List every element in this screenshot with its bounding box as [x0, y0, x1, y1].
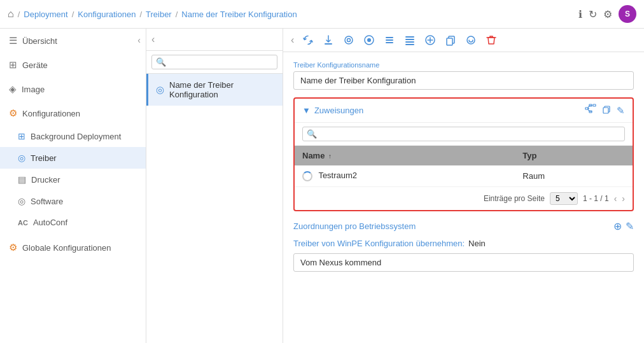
toolbar-download-icon[interactable]	[321, 32, 336, 48]
konfigurationen-icon: ⚙	[9, 108, 17, 119]
treiber-winpe-value: Nein	[468, 239, 486, 248]
zuordnungen-actions: ⊕ ✎	[613, 220, 634, 232]
refresh-icon[interactable]: ↻	[589, 8, 597, 20]
background-deployment-icon: ⊞	[18, 131, 25, 141]
zuweisungen-edit-icon[interactable]: ✎	[617, 105, 625, 116]
sidebar-item-konfigurationen[interactable]: ⚙ Konfigurationen	[0, 101, 146, 125]
main-layout: ‹ ☰ Übersicht ⊞ Geräte ◈ Image ⚙ Konfigu…	[0, 29, 644, 343]
treiber-winpe-row: Treiber von WinPE Konfiguration übernehm…	[293, 239, 634, 248]
avatar[interactable]: S	[619, 5, 636, 23]
middle-item-label: Name der Treiber Konfiguration	[169, 80, 234, 99]
svg-point-15	[467, 36, 475, 44]
sidebar-label-image: Image	[22, 85, 45, 94]
svg-rect-10	[405, 41, 414, 43]
field-label-konfigname: Treiber Konfigurationsname	[293, 61, 634, 69]
zuordnungen-section: Zuordnungen pro Betriebssystem ⊕ ✎	[293, 220, 634, 232]
sidebar-item-image[interactable]: ◈ Image	[0, 77, 146, 101]
svg-point-1	[345, 36, 353, 44]
middle-back-button[interactable]: ‹	[151, 34, 155, 45]
zuweisungen-search-input[interactable]	[319, 129, 620, 139]
toolbar-refresh-icon[interactable]	[300, 32, 316, 48]
sidebar-label-treiber: Treiber	[31, 153, 57, 163]
right-back-button[interactable]: ‹	[290, 33, 295, 47]
sidebar-label-globale-konfigurationen: Globale Konfigurationen	[22, 243, 111, 253]
zuweisungen-collapse-icon[interactable]: ▼	[302, 106, 311, 115]
svg-rect-5	[386, 37, 393, 38]
topbar-actions: ℹ ↻ ⚙ S	[578, 5, 636, 23]
svg-point-2	[347, 39, 351, 42]
middle-search-input[interactable]	[169, 57, 258, 67]
sidebar-item-gerate[interactable]: ⊞ Geräte	[0, 53, 146, 77]
table-row: Testraum2 Raum	[295, 165, 633, 186]
treiber-winpe-label: Treiber von WinPE Konfiguration übernehm…	[293, 239, 465, 248]
sidebar-label-ubersicht: Übersicht	[22, 36, 57, 46]
breadcrumb-treiber[interactable]: Treiber	[146, 10, 172, 19]
autoconf-icon: AC	[18, 219, 28, 227]
sidebar: ‹ ☰ Übersicht ⊞ Geräte ◈ Image ⚙ Konfigu…	[0, 29, 146, 343]
zuweisungen-hierarchy-icon[interactable]	[585, 104, 596, 117]
loading-spinner	[302, 171, 312, 181]
zuordnungen-header: Zuordnungen pro Betriebssystem ⊕ ✎	[293, 220, 634, 232]
sort-arrow-name[interactable]: ↑	[328, 153, 332, 160]
zuweisungen-search-icon: 🔍	[307, 129, 317, 139]
toolbar-cfg2-icon[interactable]	[463, 32, 479, 48]
sidebar-label-software: Software	[31, 197, 63, 206]
vom-nexus-field: Vom Nexus kommend	[293, 253, 634, 272]
breadcrumb-current: Name der Treiber Konfiguration	[181, 10, 297, 19]
software-icon: ◎	[18, 196, 25, 206]
svg-rect-19	[593, 104, 596, 106]
sidebar-sub-background-deployment[interactable]: ⊞ Background Deployment	[0, 125, 146, 147]
sidebar-sub-software[interactable]: ◎ Software	[0, 190, 146, 212]
pagination-next-button[interactable]: ›	[622, 193, 625, 204]
middle-search-area: 🔍	[146, 51, 283, 74]
toolbar-list1-icon[interactable]	[382, 32, 397, 48]
gerate-icon: ⊞	[9, 59, 17, 71]
breadcrumb-konfigurationen[interactable]: Konfigurationen	[78, 10, 136, 19]
cell-name: Testraum2	[295, 165, 515, 186]
sidebar-collapse-button[interactable]: ‹	[137, 35, 141, 45]
zuweisungen-copy-icon[interactable]	[601, 104, 612, 116]
toolbar-circle-icon[interactable]	[423, 32, 438, 48]
breadcrumb-area: ⌂ / Deployment / Konfigurationen / Treib…	[8, 8, 297, 20]
svg-rect-8	[405, 36, 414, 38]
toolbar-delete-icon[interactable]	[484, 32, 499, 48]
pagination-prev-button[interactable]: ‹	[614, 193, 617, 204]
toolbar-copy-icon[interactable]	[443, 32, 458, 48]
sidebar-sub-drucker[interactable]: ▤ Drucker	[0, 169, 146, 190]
sidebar-label-autoconf: AutoConf	[33, 218, 67, 227]
zuweisungen-search-area: 🔍	[295, 123, 633, 146]
sidebar-item-ubersicht[interactable]: ☰ Übersicht	[0, 29, 146, 53]
sidebar-item-globale-konfigurationen[interactable]: ⚙ Globale Konfigurationen	[0, 235, 146, 260]
svg-rect-6	[386, 39, 393, 41]
toolbar-list2-icon[interactable]	[402, 32, 417, 48]
svg-rect-14	[447, 38, 452, 45]
middle-search-box[interactable]: 🔍	[151, 55, 277, 69]
toolbar-config-icon[interactable]	[341, 32, 356, 48]
svg-rect-7	[386, 42, 393, 43]
zuordnungen-edit-icon[interactable]: ✎	[626, 220, 634, 232]
ubersicht-icon: ☰	[9, 35, 17, 46]
middle-config-item[interactable]: ◎ Name der Treiber Konfiguration	[146, 74, 283, 106]
right-toolbar: ‹	[283, 29, 644, 52]
middle-item-icon: ◎	[156, 84, 164, 95]
globale-konfigurationen-icon: ⚙	[9, 242, 17, 253]
sidebar-label-drucker: Drucker	[31, 175, 60, 185]
svg-rect-9	[405, 39, 414, 40]
col-name: Name ↑	[295, 146, 515, 165]
settings-icon[interactable]: ⚙	[603, 8, 612, 20]
sidebar-label-background-deployment: Background Deployment	[31, 132, 121, 141]
entries-per-page-select[interactable]: 5 10 25	[550, 192, 578, 205]
sidebar-sub-autoconf[interactable]: AC AutoConf	[0, 212, 146, 233]
zuweisungen-search-box[interactable]: 🔍	[302, 127, 625, 141]
toolbar-driver-icon[interactable]	[361, 32, 377, 48]
home-icon[interactable]: ⌂	[8, 8, 14, 20]
right-content: Treiber Konfigurationsname Name der Trei…	[283, 52, 644, 343]
sidebar-sub-treiber[interactable]: ◎ Treiber	[0, 147, 146, 169]
pagination-range: 1 - 1 / 1	[583, 194, 609, 203]
svg-rect-11	[405, 44, 414, 45]
info-icon[interactable]: ℹ	[578, 8, 582, 20]
breadcrumb-deployment[interactable]: Deployment	[24, 10, 67, 19]
right-panel: ‹	[283, 29, 644, 343]
zuordnungen-add-icon[interactable]: ⊕	[613, 220, 622, 232]
field-value-konfigname: Name der Treiber Konfiguration	[293, 71, 634, 90]
